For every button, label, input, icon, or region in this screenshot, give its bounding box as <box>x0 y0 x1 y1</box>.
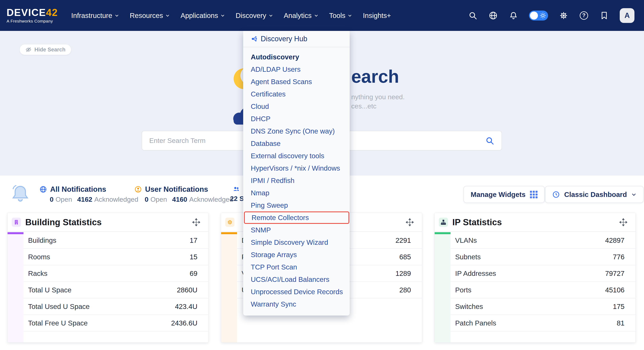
table-row: Ports45106 <box>450 282 636 298</box>
table-row: Total Free U Space2436.6U <box>24 315 208 331</box>
partial-count-fragment: 22 S <box>230 195 244 202</box>
row-label: Total Used U Space <box>28 303 90 310</box>
menu-item-snmp[interactable]: SNMP <box>243 224 350 236</box>
menu-item-external-discovery-tools[interactable]: External discovery tools <box>243 150 350 162</box>
table-row: Rooms15 <box>24 249 208 265</box>
move-handle-icon[interactable] <box>192 218 200 226</box>
hide-search-label: Hide Search <box>34 47 66 53</box>
hero-subtitle-fragment-1: nything you need. <box>351 93 404 101</box>
table-row: Patch Panels81 <box>450 315 636 331</box>
chevron-down-icon <box>631 192 636 197</box>
move-handle-icon[interactable] <box>406 218 414 226</box>
menu-item-hypervisors-nix-windows[interactable]: HyperVisors / *nix / Windows <box>243 162 350 174</box>
nav-item-insights[interactable]: Insights+ <box>358 0 396 31</box>
ack-label: Acknowledged <box>189 196 233 203</box>
menu-item-ucs-aci-load-balancers[interactable]: UCS/ACI/Load Balancers <box>243 273 350 286</box>
menu-item-simple-discovery-wizard[interactable]: Simple Discovery Wizard <box>243 236 350 249</box>
card-accent-strip <box>221 232 237 342</box>
avatar[interactable]: A <box>620 8 634 23</box>
menu-item-dns-zone-sync[interactable]: DNS Zone Sync (One way) <box>243 125 350 137</box>
ack-count: 4162 <box>77 196 92 203</box>
toggle-knob-icon <box>530 12 538 20</box>
table-row: Racks69 <box>24 265 208 282</box>
nav-label: Infrastructure <box>71 12 112 20</box>
sun-icon <box>539 12 546 19</box>
menu-item-database[interactable]: Database <box>243 137 350 150</box>
theme-toggle[interactable] <box>529 11 548 21</box>
menu-item-storage-arrays[interactable]: Storage Arrays <box>243 249 350 261</box>
hide-search-button[interactable]: Hide Search <box>20 45 71 55</box>
bookmark-icon[interactable] <box>600 11 609 20</box>
open-label: Open <box>56 196 72 203</box>
manage-widgets-label: Manage Widgets <box>471 191 526 199</box>
building-statistics-card: Building Statistics Buildings17 Rooms15 … <box>7 213 208 343</box>
row-value: 15 <box>190 253 198 261</box>
cpu-chip-icon <box>225 218 234 227</box>
network-sitemap-icon <box>439 218 448 227</box>
table-row: Subnets776 <box>450 249 636 265</box>
menu-item-certificates[interactable]: Certificates <box>243 88 350 100</box>
row-value: 45106 <box>605 286 624 294</box>
navbar-actions: A <box>468 8 634 23</box>
menu-item-nmap[interactable]: Nmap <box>243 187 350 199</box>
row-label: Rooms <box>28 253 50 261</box>
menu-item-agent-based-scans[interactable]: Agent Based Scans <box>243 76 350 88</box>
row-label: Switches <box>455 303 483 310</box>
menu-item-ipmi-redfish[interactable]: IPMI / Redfish <box>243 174 350 187</box>
top-navbar: DEVICE42 A Freshworks Company Infrastruc… <box>0 0 644 31</box>
chevron-down-icon <box>166 13 170 18</box>
menu-item-unprocessed-device-records[interactable]: Unprocessed Device Records <box>243 286 350 298</box>
menu-item-tcp-port-scan[interactable]: TCP Port Scan <box>243 261 350 273</box>
card-title: IP Statistics <box>452 217 502 227</box>
menu-item-dhcp[interactable]: DHCP <box>243 113 350 125</box>
row-value: 2436.6U <box>171 319 198 327</box>
nav-item-resources[interactable]: Resources <box>124 0 175 31</box>
nav-label: Resources <box>130 12 163 20</box>
gear-icon[interactable] <box>559 11 568 20</box>
row-value: 2291 <box>396 236 411 244</box>
classic-dashboard-button[interactable]: Classic Dashboard <box>545 186 644 203</box>
nav-item-analytics[interactable]: Analytics <box>278 0 324 31</box>
nav-item-infrastructure[interactable]: Infrastructure <box>66 0 124 31</box>
row-value: 2860U <box>177 286 198 294</box>
bell-illustration <box>10 183 31 204</box>
menu-item-ad-ldap-users[interactable]: AD/LDAP Users <box>243 63 350 76</box>
card-accent-bar <box>8 232 24 234</box>
building-statistics-icon <box>12 218 21 227</box>
search-submit-icon[interactable] <box>485 136 494 145</box>
row-label: Patch Panels <box>455 319 496 327</box>
nav-item-discovery[interactable]: Discovery <box>230 0 278 31</box>
menu-item-warranty-sync[interactable]: Warranty Sync <box>243 298 350 310</box>
move-handle-icon[interactable] <box>619 218 628 226</box>
row-value: 42897 <box>605 236 624 244</box>
nav-item-tools[interactable]: Tools <box>324 0 358 31</box>
row-label: Total Free U Space <box>28 319 88 327</box>
menu-item-remote-collectors[interactable]: Remote Collectors <box>244 212 349 224</box>
nav-item-applications[interactable]: Applications <box>175 0 230 31</box>
chevron-down-icon <box>314 13 318 18</box>
menu-item-cloud[interactable]: Cloud <box>243 100 350 113</box>
table-row: IP Addresses79727 <box>450 265 636 282</box>
manage-widgets-button[interactable]: Manage Widgets <box>464 186 545 203</box>
nav-label: Applications <box>180 12 218 20</box>
search-icon[interactable] <box>468 11 478 20</box>
row-value: 175 <box>613 303 624 310</box>
ip-statistics-card: IP Statistics VLANs42897 Subnets776 IP A… <box>434 213 636 343</box>
classic-dashboard-label: Classic Dashboard <box>564 191 627 199</box>
all-notifications-group: All Notifications 0Open4162Acknowledged <box>40 185 138 203</box>
notifications-bell-icon[interactable] <box>509 11 518 20</box>
user-icon <box>134 186 142 193</box>
globe-icon[interactable] <box>488 11 498 20</box>
all-notifications-title: All Notifications <box>50 185 106 194</box>
row-value: 79727 <box>605 269 624 277</box>
row-value: 1289 <box>396 269 411 277</box>
menu-item-ping-sweep[interactable]: Ping Sweep <box>243 199 350 212</box>
globe-icon <box>40 186 47 193</box>
nav-label: Insights+ <box>363 12 391 20</box>
help-icon[interactable] <box>579 11 589 20</box>
hero-subtitle-fragment-2: ces...etc <box>351 102 376 110</box>
device42-logo[interactable]: DEVICE42 A Freshworks Company <box>6 8 58 24</box>
table-row: Total U Space2860U <box>24 282 208 298</box>
menu-item-discovery-hub[interactable]: Discovery Hub <box>243 31 350 47</box>
card-accent-strip <box>8 232 24 342</box>
